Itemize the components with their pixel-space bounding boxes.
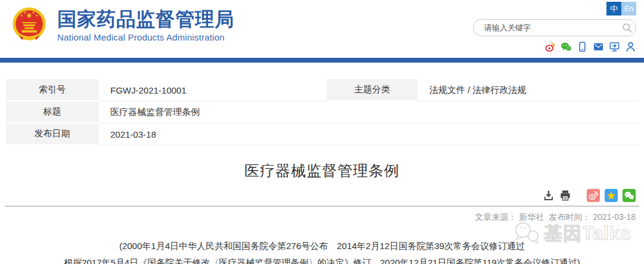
info-value-title: 医疗器械监督管理条例 bbox=[98, 101, 638, 123]
source-label: 文章来源： bbox=[475, 212, 516, 222]
mail-icon[interactable] bbox=[593, 41, 604, 52]
header-divider-bar bbox=[0, 58, 644, 63]
svg-text:★: ★ bbox=[20, 14, 23, 17]
body-line-2: 根据2017年5月4日《国务院关于修改〈医疗器械监督管理条例〉的决定》修订 20… bbox=[0, 254, 644, 264]
content-divider bbox=[5, 206, 639, 207]
search-icon bbox=[621, 22, 633, 33]
print-icon[interactable] bbox=[559, 190, 571, 201]
site-subtitle: National Medical Products Administration bbox=[57, 32, 234, 42]
article-meta: 文章来源：新华社 发布时间：2021-03-18 bbox=[0, 212, 644, 223]
header-right: 中 En bbox=[473, 2, 636, 52]
weibo-icon[interactable] bbox=[544, 41, 556, 52]
publish-date: 2021-03-18 bbox=[593, 212, 636, 222]
social-icon-row bbox=[473, 41, 636, 52]
svg-text:★: ★ bbox=[24, 11, 27, 14]
info-label-publish-date: 发布日期 bbox=[6, 123, 98, 145]
language-switcher: 中 En bbox=[473, 2, 636, 15]
publish-label: 发布时间： bbox=[549, 212, 590, 222]
article-body: (2000年1月4日中华人民共和国国务院令第276号公布 2014年2月12日国… bbox=[0, 238, 644, 264]
message-board-icon[interactable] bbox=[609, 41, 620, 52]
site-title: 国家药品监督管理局 bbox=[57, 8, 234, 30]
document-info-table: 索引号 FGWJ-2021-10001 主题分类 法规文件 / 法律行政法规 标… bbox=[6, 79, 638, 145]
download-icon[interactable] bbox=[543, 190, 555, 201]
wechat-icon[interactable] bbox=[561, 41, 572, 52]
mobile-icon[interactable] bbox=[577, 41, 588, 52]
svg-text:★: ★ bbox=[35, 14, 38, 17]
info-label-title: 标题 bbox=[6, 101, 98, 123]
info-value-publish-date: 2021-03-18 bbox=[98, 123, 638, 145]
lang-zh-button[interactable]: 中 bbox=[606, 2, 621, 15]
site-header: ★ ★ ★ ★ ★ 国家药品监督管理局 National Medical Pro… bbox=[0, 0, 644, 58]
article-toolbar bbox=[0, 189, 644, 202]
site-title-block: 国家药品监督管理局 National Medical Products Admi… bbox=[57, 8, 234, 42]
info-value-topic-category: 法规文件 / 法律行政法规 bbox=[417, 79, 638, 101]
source-value: 新华社 bbox=[519, 212, 544, 222]
user-icon[interactable] bbox=[625, 41, 636, 52]
search-box bbox=[473, 19, 636, 36]
search-input[interactable] bbox=[473, 23, 618, 32]
search-button[interactable] bbox=[618, 20, 636, 36]
nmpa-page: ★ ★ ★ ★ ★ 国家药品监督管理局 National Medical Pro… bbox=[0, 0, 644, 264]
svg-text:★: ★ bbox=[32, 11, 35, 14]
info-value-index-number: FGWJ-2021-10001 bbox=[98, 79, 327, 101]
lang-en-button[interactable]: En bbox=[621, 2, 636, 15]
info-label-topic-category: 主题分类 bbox=[327, 79, 417, 101]
document-title: 医疗器械监督管理条例 bbox=[0, 161, 644, 181]
china-national-emblem-icon: ★ ★ ★ ★ ★ bbox=[11, 5, 48, 45]
share-qzone-icon[interactable] bbox=[605, 189, 618, 202]
body-line-1: (2000年1月4日中华人民共和国国务院令第276号公布 2014年2月12日国… bbox=[0, 238, 644, 254]
share-weibo-icon[interactable] bbox=[587, 189, 600, 202]
share-wechat-icon[interactable] bbox=[623, 189, 636, 202]
info-label-index-number: 索引号 bbox=[6, 79, 98, 101]
